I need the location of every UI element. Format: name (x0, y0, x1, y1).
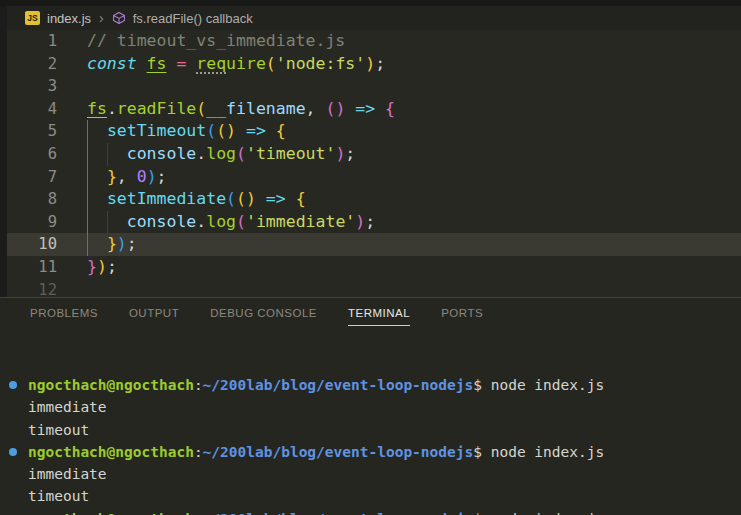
line-number[interactable]: 12 (0, 279, 57, 297)
breadcrumb-file-name[interactable]: index.js (47, 11, 91, 26)
code-token: ) (117, 234, 127, 253)
code-token: setTimeout (107, 121, 206, 140)
line-number[interactable]: 1 (0, 30, 57, 53)
code-token (87, 212, 127, 231)
code-line[interactable]: 12 (0, 279, 741, 297)
terminal-user-host: ngocthach@ngocthach (28, 444, 194, 460)
code-text: console.log('immediate'); (87, 211, 375, 234)
code-line[interactable]: 10 }); (0, 233, 741, 256)
code-token (266, 121, 276, 140)
code-token: = (176, 54, 186, 73)
terminal-separator: : (194, 377, 203, 393)
panel-tabs: PROBLEMSOUTPUTDEBUG CONSOLETERMINALPORTS (0, 307, 483, 326)
terminal-user-host: ngocthach@ngocthach (28, 377, 194, 393)
code-line[interactable]: 11}); (0, 256, 741, 279)
code-token (375, 99, 385, 118)
code-token: . (196, 144, 206, 163)
breadcrumb-symbol[interactable]: fs.readFile() callback (133, 11, 253, 26)
code-token: __filename (206, 99, 305, 118)
tab-ports[interactable]: PORTS (441, 307, 483, 326)
terminal-separator: : (194, 511, 203, 515)
terminal-command: $ node index.js (473, 511, 604, 515)
code-token (286, 189, 296, 208)
code-token (236, 121, 246, 140)
tab-label: PROBLEMS (30, 307, 98, 326)
code-text: }, 0); (87, 166, 167, 189)
javascript-file-icon: JS (25, 11, 40, 25)
line-number[interactable]: 4 (0, 98, 57, 121)
code-line[interactable]: 6 console.log('timeout'); (0, 143, 741, 166)
terminal-prompt-line: ngocthach@ngocthach:~/200lab/blog/event-… (0, 374, 741, 396)
line-number[interactable]: 9 (0, 211, 57, 234)
code-token: setImmediate (107, 189, 226, 208)
code-line[interactable]: 8 setImmediate(() => { (0, 188, 741, 211)
code-text: const fs = require('node:fs'); (87, 53, 385, 76)
code-text: }); (87, 233, 137, 256)
code-text: }); (87, 256, 117, 279)
line-number[interactable]: 7 (0, 166, 57, 189)
code-text: console.log('timeout'); (87, 143, 355, 166)
line-number[interactable]: 8 (0, 188, 57, 211)
code-token (345, 99, 355, 118)
code-token: log (206, 144, 236, 163)
code-line[interactable]: 2const fs = require('node:fs'); (0, 53, 741, 76)
code-text: fs.readFile(__filename, () => { (87, 98, 395, 121)
code-token: const (87, 54, 137, 73)
code-token: console (127, 212, 197, 231)
tab-terminal[interactable]: TERMINAL (348, 307, 410, 326)
terminal[interactable]: ngocthach@ngocthach:~/200lab/blog/event-… (0, 374, 741, 515)
command-decoration-dot[interactable] (9, 448, 17, 456)
code-line[interactable]: 9 console.log('immediate'); (0, 211, 741, 234)
code-token: 'node:fs' (276, 54, 365, 73)
bottom-panel: PROBLEMSOUTPUTDEBUG CONSOLETERMINALPORTS… (0, 297, 741, 515)
symbol-method-icon (112, 11, 126, 25)
code-token (87, 167, 107, 186)
tab-debug-console[interactable]: DEBUG CONSOLE (210, 307, 317, 326)
code-token: console (127, 144, 197, 163)
code-token: fs (87, 99, 107, 118)
code-token: => (266, 189, 286, 208)
terminal-path: ~/200lab/blog/event-loop-nodejs (203, 377, 474, 393)
code-token: } (107, 167, 117, 186)
terminal-output-line: timeout (0, 485, 741, 507)
code-token: ) (147, 167, 157, 186)
tab-label: DEBUG CONSOLE (210, 307, 317, 326)
code-token: { (385, 99, 395, 118)
code-token: // timeout_vs_immediate.js (87, 31, 345, 50)
terminal-prompt-line: ngocthach@ngocthach:~/200lab/blog/event-… (0, 508, 741, 515)
code-token: () (236, 189, 256, 208)
terminal-path: ~/200lab/blog/event-loop-nodejs (203, 511, 474, 515)
code-token: () (216, 121, 236, 140)
line-number[interactable]: 3 (0, 75, 57, 98)
code-token (87, 234, 107, 253)
code-token: ( (196, 99, 206, 118)
tab-problems[interactable]: PROBLEMS (30, 307, 98, 326)
line-number[interactable]: 6 (0, 143, 57, 166)
code-line[interactable]: 5 setTimeout(() => { (0, 120, 741, 143)
code-token: () (325, 99, 345, 118)
line-number[interactable]: 5 (0, 120, 57, 143)
command-decoration-dot[interactable] (9, 381, 17, 389)
code-token: ) (355, 212, 365, 231)
tab-output[interactable]: OUTPUT (129, 307, 179, 326)
line-number[interactable]: 10 (0, 233, 57, 256)
terminal-command: $ node index.js (473, 444, 604, 460)
breadcrumb: JS index.js › fs.readFile() callback (0, 6, 741, 30)
code-line[interactable]: 7 }, 0); (0, 166, 741, 189)
line-number[interactable]: 2 (0, 53, 57, 76)
code-line[interactable]: 3 (0, 75, 741, 98)
code-token: 'immediate' (246, 212, 355, 231)
code-token (166, 54, 176, 73)
code-token: . (196, 212, 206, 231)
line-number[interactable]: 11 (0, 256, 57, 279)
code-token: => (355, 99, 375, 118)
code-token: } (87, 257, 97, 276)
terminal-output-line: immediate (0, 396, 741, 418)
terminal-user-host: ngocthach@ngocthach (28, 511, 194, 515)
code-line[interactable]: 4fs.readFile(__filename, () => { (0, 98, 741, 121)
terminal-output-text: timeout (28, 422, 89, 438)
editor-code[interactable]: 1// timeout_vs_immediate.js2const fs = r… (0, 30, 741, 297)
terminal-path: ~/200lab/blog/event-loop-nodejs (203, 444, 474, 460)
code-line[interactable]: 1// timeout_vs_immediate.js (0, 30, 741, 53)
code-token (87, 144, 127, 163)
